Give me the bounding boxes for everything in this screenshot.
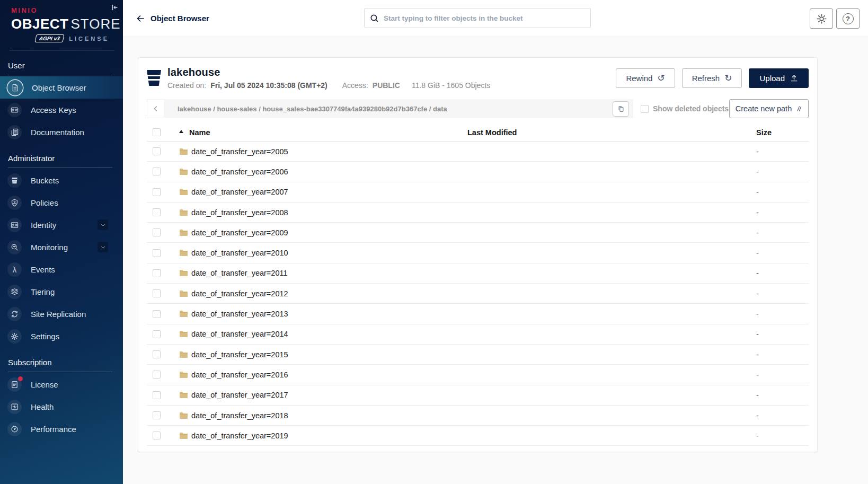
- object-name[interactable]: date_of_transfer_year=2008: [191, 208, 288, 217]
- sidebar-item-events[interactable]: λ Events: [0, 258, 123, 280]
- object-name[interactable]: date_of_transfer_year=2016: [191, 371, 288, 379]
- object-name[interactable]: date_of_transfer_year=2013: [191, 310, 288, 318]
- table-row[interactable]: date_of_transfer_year=2015 -: [147, 345, 809, 365]
- table-row[interactable]: date_of_transfer_year=2006 -: [147, 162, 809, 182]
- object-name[interactable]: date_of_transfer_year=2010: [191, 249, 288, 257]
- row-checkbox[interactable]: [153, 188, 161, 196]
- sidebar-item-documentation[interactable]: Documentation: [0, 121, 123, 143]
- table-row[interactable]: date_of_transfer_year=2018 -: [147, 406, 809, 426]
- new-path-icon: [796, 105, 802, 112]
- row-size: -: [756, 350, 809, 359]
- help-button[interactable]: ?: [836, 8, 860, 29]
- table-row[interactable]: date_of_transfer_year=2019 -: [147, 426, 809, 446]
- table-row[interactable]: date_of_transfer_year=2016 -: [147, 365, 809, 385]
- sidebar-item-monitoring[interactable]: Monitoring: [0, 236, 123, 258]
- row-size: -: [756, 411, 809, 420]
- path-bar: lakehouse / house-sales / house_sales-ba…: [147, 99, 809, 118]
- sidebar-item-performance[interactable]: Performance: [0, 418, 123, 440]
- sidebar-item-license[interactable]: License: [0, 373, 123, 395]
- sidebar-item-label: Buckets: [31, 176, 59, 185]
- row-checkbox[interactable]: [153, 350, 161, 358]
- object-name[interactable]: date_of_transfer_year=2006: [191, 168, 288, 176]
- row-checkbox[interactable]: [153, 208, 161, 216]
- object-name[interactable]: date_of_transfer_year=2014: [191, 330, 288, 338]
- row-checkbox[interactable]: [153, 147, 161, 155]
- rewind-button[interactable]: Rewind↺: [616, 68, 675, 88]
- breadcrumb[interactable]: lakehouse / house-sales / house_sales-ba…: [178, 105, 613, 113]
- chevron-down-icon[interactable]: [98, 242, 108, 252]
- table-row[interactable]: date_of_transfer_year=2017 -: [147, 385, 809, 406]
- object-name[interactable]: date_of_transfer_year=2015: [191, 350, 288, 359]
- object-name[interactable]: date_of_transfer_year=2017: [191, 391, 288, 399]
- row-checkbox[interactable]: [153, 269, 161, 277]
- table-row[interactable]: date_of_transfer_year=2008 -: [147, 203, 809, 223]
- row-checkbox[interactable]: [153, 289, 161, 297]
- row-checkbox[interactable]: [153, 371, 161, 379]
- create-new-path-button[interactable]: Create new path: [729, 99, 809, 118]
- table-row[interactable]: date_of_transfer_year=2014 -: [147, 324, 809, 345]
- sidebar-item-policies[interactable]: Policies: [0, 191, 123, 214]
- sidebar-item-access-keys[interactable]: Access Keys: [0, 99, 123, 121]
- breadcrumb-strip: lakehouse / house-sales / house_sales-ba…: [164, 99, 633, 118]
- back-arrow-icon[interactable]: [136, 14, 145, 23]
- copy-path-button[interactable]: [613, 101, 629, 117]
- row-checkbox[interactable]: [153, 411, 161, 419]
- row-size: -: [756, 269, 809, 277]
- gear-icon: [816, 13, 827, 24]
- sort-ascending-icon[interactable]: [179, 130, 183, 133]
- bucket-name: lakehouse: [167, 66, 490, 78]
- chevron-down-icon[interactable]: [98, 219, 108, 230]
- access-keys-icon: [7, 103, 22, 117]
- object-name[interactable]: date_of_transfer_year=2007: [191, 188, 288, 196]
- sidebar-item-label: Settings: [31, 332, 59, 341]
- search-input[interactable]: [384, 14, 585, 22]
- row-checkbox[interactable]: [153, 310, 161, 318]
- monitoring-icon: [7, 240, 22, 254]
- table-row[interactable]: date_of_transfer_year=2010 -: [147, 243, 809, 263]
- search-icon: [370, 14, 379, 23]
- sidebar-item-settings[interactable]: Settings: [0, 325, 123, 347]
- upload-button[interactable]: Upload: [749, 68, 809, 88]
- column-header-name[interactable]: Name: [189, 128, 210, 137]
- row-checkbox[interactable]: [153, 391, 161, 399]
- object-name[interactable]: date_of_transfer_year=2011: [191, 269, 288, 277]
- sidebar-item-buckets[interactable]: Buckets: [0, 169, 123, 191]
- row-size: -: [756, 391, 809, 399]
- sidebar-item-site-replication[interactable]: Site Replication: [0, 303, 123, 325]
- table-row[interactable]: date_of_transfer_year=2012 -: [147, 284, 809, 304]
- sidebar-item-object-browser[interactable]: Object Browser: [0, 76, 123, 99]
- sidebar-item-health[interactable]: Health: [0, 395, 123, 418]
- row-checkbox[interactable]: [153, 432, 161, 439]
- object-name[interactable]: date_of_transfer_year=2009: [191, 228, 288, 237]
- column-header-last-modified[interactable]: Last Modified: [467, 128, 756, 137]
- column-header-size[interactable]: Size: [756, 128, 809, 137]
- object-name[interactable]: date_of_transfer_year=2019: [191, 432, 288, 440]
- row-checkbox[interactable]: [153, 168, 161, 175]
- row-checkbox[interactable]: [153, 249, 161, 257]
- path-back-button[interactable]: [147, 99, 164, 118]
- object-name[interactable]: date_of_transfer_year=2012: [191, 289, 288, 298]
- sidebar-collapse-icon[interactable]: [110, 3, 119, 13]
- row-checkbox[interactable]: [153, 228, 161, 236]
- row-size: -: [756, 371, 809, 379]
- settings-button[interactable]: [810, 8, 833, 29]
- table-row[interactable]: date_of_transfer_year=2009 -: [147, 223, 809, 243]
- health-icon: [7, 400, 22, 414]
- agpl-badge: AGPLv3: [35, 34, 65, 42]
- table-row[interactable]: date_of_transfer_year=2013 -: [147, 304, 809, 324]
- refresh-button[interactable]: Refresh↻: [682, 68, 742, 88]
- access-value[interactable]: PUBLIC: [373, 81, 400, 90]
- table-row[interactable]: date_of_transfer_year=2011 -: [147, 263, 809, 284]
- show-deleted-label[interactable]: Show deleted objects: [653, 104, 729, 113]
- show-deleted-checkbox[interactable]: [641, 105, 649, 113]
- table-row[interactable]: date_of_transfer_year=2007 -: [147, 182, 809, 203]
- table-body: date_of_transfer_year=2005 - date_of_tra…: [147, 142, 809, 446]
- sidebar-item-tiering[interactable]: Tiering: [0, 280, 123, 303]
- sidebar-item-identity[interactable]: Identity: [0, 214, 123, 236]
- table-row[interactable]: date_of_transfer_year=2005 -: [147, 142, 809, 162]
- row-size: -: [756, 188, 809, 196]
- row-checkbox[interactable]: [153, 330, 161, 338]
- object-name[interactable]: date_of_transfer_year=2018: [191, 411, 288, 420]
- object-name[interactable]: date_of_transfer_year=2005: [191, 147, 288, 156]
- select-all-checkbox[interactable]: [153, 128, 161, 136]
